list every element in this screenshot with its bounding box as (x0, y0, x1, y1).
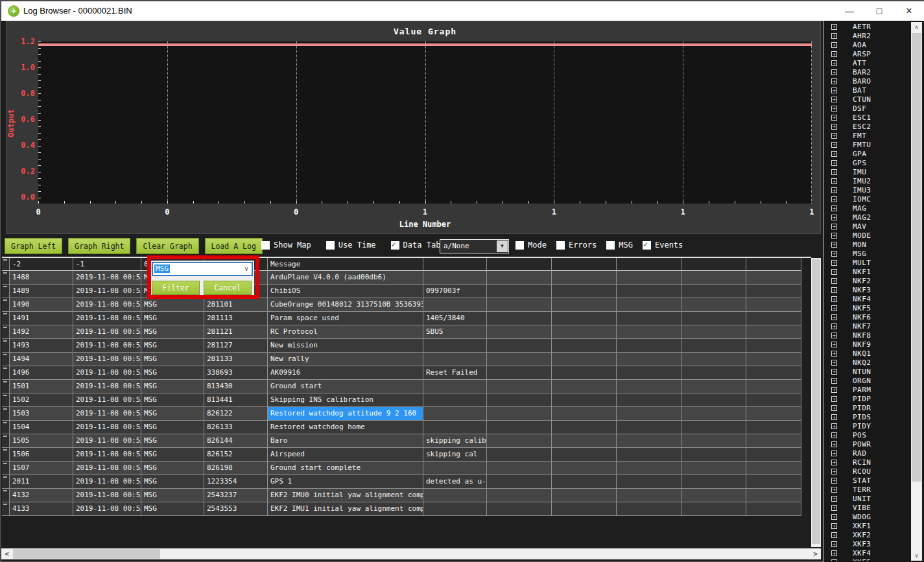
cell-empty[interactable] (746, 298, 801, 312)
cell-timestamp[interactable]: 2019-11-08 00:5… (73, 393, 141, 407)
cell-empty[interactable] (681, 380, 746, 393)
log-type-item[interactable]: + CTUN (823, 95, 910, 104)
expand-plus-icon[interactable]: + (831, 333, 837, 338)
cell-extra[interactable]: detected as u-b… (423, 475, 487, 489)
cell-msg-type[interactable]: MSG (141, 407, 204, 421)
cell-empty[interactable] (487, 339, 552, 353)
cell-msg-type[interactable]: MSG (141, 489, 204, 502)
table-row[interactable]: 4132 2019-11-08 00:5… MSG 2543237 EKF2 I… (2, 489, 811, 502)
cell-message[interactable]: GPS 1 (268, 475, 423, 489)
expand-plus-icon[interactable]: + (831, 133, 837, 139)
cell-empty[interactable] (552, 407, 617, 421)
expand-plus-icon[interactable]: + (831, 387, 837, 393)
cell-empty[interactable] (681, 489, 746, 502)
table-row[interactable]: 1492 2019-11-08 00:5… MSG 281121 RC Prot… (2, 325, 811, 339)
checkbox-box-icon[interactable] (556, 241, 565, 250)
expand-plus-icon[interactable]: + (831, 205, 837, 211)
expand-plus-icon[interactable]: + (831, 460, 837, 465)
cell-empty[interactable] (617, 285, 681, 298)
cell-empty[interactable] (746, 393, 801, 407)
column-header[interactable]: -2 (10, 258, 73, 271)
cell-timestamp[interactable]: 2019-11-08 00:5… (73, 366, 141, 380)
cell-empty[interactable] (552, 285, 617, 298)
cell-time-us[interactable]: 826152 (204, 448, 268, 462)
cell-empty[interactable] (487, 285, 552, 298)
cell-extra[interactable] (423, 393, 487, 407)
table-row[interactable]: 1491 2019-11-08 00:5… MSG 281113 Param s… (2, 312, 811, 325)
checkbox-box-icon[interactable] (261, 241, 270, 250)
cell-extra[interactable] (423, 489, 487, 502)
cell-empty[interactable] (617, 462, 681, 475)
expand-plus-icon[interactable]: + (831, 142, 837, 148)
expand-plus-icon[interactable]: + (831, 514, 837, 520)
cell-empty[interactable] (617, 434, 681, 448)
cell-empty[interactable] (746, 312, 801, 325)
cell-empty[interactable] (617, 393, 681, 407)
expand-plus-icon[interactable]: + (831, 296, 837, 302)
log-type-item[interactable]: + XKF1 (823, 521, 910, 530)
log-type-item[interactable]: + AETR (823, 22, 910, 31)
row-selector[interactable] (2, 366, 10, 380)
cell-empty[interactable] (552, 489, 617, 502)
sidebar-vertical-scrollbar[interactable]: ∧ ∨ (911, 22, 922, 561)
cell-empty[interactable] (617, 421, 681, 434)
cell-line-number[interactable]: 1506 (10, 448, 73, 462)
log-type-item[interactable]: + GPS (823, 158, 910, 167)
cell-empty[interactable] (681, 434, 746, 448)
expand-plus-icon[interactable]: + (831, 42, 837, 48)
cell-empty[interactable] (746, 339, 801, 353)
cell-empty[interactable] (487, 407, 552, 421)
expand-plus-icon[interactable]: + (831, 478, 837, 484)
toolbar-button[interactable]: Clear Graph (136, 238, 198, 254)
table-row[interactable]: 1504 2019-11-08 00:5… MSG 826133 Restore… (2, 421, 811, 434)
expand-plus-icon[interactable]: + (831, 287, 837, 293)
expand-plus-icon[interactable]: + (831, 396, 837, 402)
log-type-item[interactable]: + NKQ2 (823, 358, 910, 367)
table-row[interactable]: 1501 2019-11-08 00:5… MSG 813430 Ground … (2, 380, 811, 393)
cell-empty[interactable] (487, 312, 552, 325)
log-type-item[interactable]: + NKF6 (823, 312, 910, 322)
expand-plus-icon[interactable]: + (831, 224, 837, 229)
log-type-item[interactable]: + AOA (823, 40, 910, 49)
cell-empty[interactable] (681, 462, 746, 475)
row-selector[interactable] (2, 421, 10, 434)
cell-empty[interactable] (681, 298, 746, 312)
expand-plus-icon[interactable]: + (831, 469, 837, 474)
log-type-item[interactable]: + ESC1 (823, 113, 910, 122)
log-type-item[interactable]: + POWR (823, 439, 910, 449)
mode-dropdown[interactable]: a/None ▼ (440, 239, 509, 253)
checkbox[interactable]: Events (643, 240, 683, 250)
log-type-item[interactable]: + MSG (823, 249, 910, 258)
table-row[interactable]: 1503 2019-11-08 00:5… MSG 826122 Restore… (2, 407, 811, 421)
log-type-item[interactable]: + IMU2 (823, 176, 910, 185)
cell-extra[interactable] (423, 353, 487, 366)
row-selector[interactable] (2, 475, 10, 489)
cell-empty[interactable] (617, 407, 681, 421)
expand-plus-icon[interactable]: + (831, 260, 837, 266)
log-type-item[interactable]: + NKF3 (823, 285, 910, 294)
cell-empty[interactable] (746, 380, 801, 393)
cell-time-us[interactable]: 826198 (204, 462, 268, 475)
cell-time-us[interactable]: 813430 (204, 380, 268, 393)
expand-plus-icon[interactable]: + (831, 360, 837, 366)
log-type-item[interactable]: + MULT (823, 258, 910, 267)
expand-plus-icon[interactable]: + (831, 487, 837, 493)
cell-time-us[interactable]: 1223354 (204, 475, 268, 489)
checkbox-box-icon[interactable] (391, 241, 399, 250)
expand-plus-icon[interactable]: + (831, 269, 837, 275)
cell-empty[interactable] (487, 298, 552, 312)
row-selector[interactable] (2, 325, 10, 339)
plot-area[interactable] (38, 41, 812, 204)
expand-plus-icon[interactable]: + (831, 559, 837, 561)
cell-empty[interactable] (552, 271, 617, 285)
cell-line-number[interactable]: 1502 (10, 393, 73, 407)
log-type-item[interactable]: + TERR (823, 485, 910, 494)
cell-msg-type[interactable]: MSG (141, 475, 204, 489)
row-selector[interactable] (2, 448, 10, 462)
expand-plus-icon[interactable]: + (831, 160, 837, 166)
cell-time-us[interactable]: 826122 (204, 407, 268, 421)
table-row[interactable]: 1505 2019-11-08 00:5… MSG 826144 Baro sk… (2, 434, 811, 448)
expand-plus-icon[interactable]: + (831, 88, 837, 93)
cell-empty[interactable] (746, 475, 801, 489)
log-type-item[interactable]: + PIDP (823, 394, 910, 403)
